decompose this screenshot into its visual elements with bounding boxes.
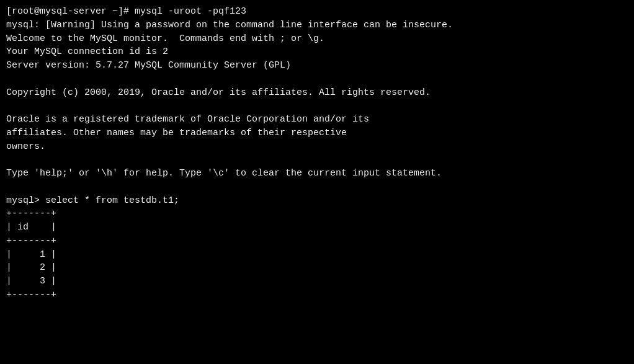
terminal-empty-2	[6, 99, 628, 113]
terminal-line-4: Your MySQL connection id is 2	[6, 45, 628, 59]
terminal-empty-3	[6, 153, 628, 167]
terminal-line-5: Server version: 5.7.27 MySQL Community S…	[6, 59, 628, 73]
terminal-line-13: Type 'help;' or '\h' for help. Type '\c'…	[6, 167, 628, 180]
terminal-line-18: +-------+	[6, 234, 628, 248]
terminal-line-22: +-------+	[6, 288, 628, 302]
terminal-line-21: | 3 |	[6, 275, 628, 288]
terminal-empty-4	[6, 180, 628, 194]
terminal-window[interactable]: [root@mysql-server ~]# mysql -uroot -pqf…	[0, 0, 634, 364]
terminal-line-2: mysql: [Warning] Using a password on the…	[6, 19, 628, 32]
terminal-line-7: Copyright (c) 2000, 2019, Oracle and/or …	[6, 86, 628, 100]
terminal-line-16: +-------+	[6, 207, 628, 221]
terminal-line-15: mysql> select * from testdb.t1;	[6, 194, 628, 208]
terminal-empty-1	[6, 73, 628, 86]
terminal-line-3: Welcome to the MySQL monitor. Commands e…	[6, 32, 628, 46]
terminal-line-19: | 1 |	[6, 248, 628, 262]
terminal-line-11: owners.	[6, 140, 628, 154]
terminal-line-1: [root@mysql-server ~]# mysql -uroot -pqf…	[6, 5, 628, 19]
terminal-line-9: Oracle is a registered trademark of Orac…	[6, 113, 628, 127]
terminal-line-17: | id |	[6, 221, 628, 234]
terminal-line-10: affiliates. Other names may be trademark…	[6, 127, 628, 140]
terminal-line-20: | 2 |	[6, 261, 628, 275]
